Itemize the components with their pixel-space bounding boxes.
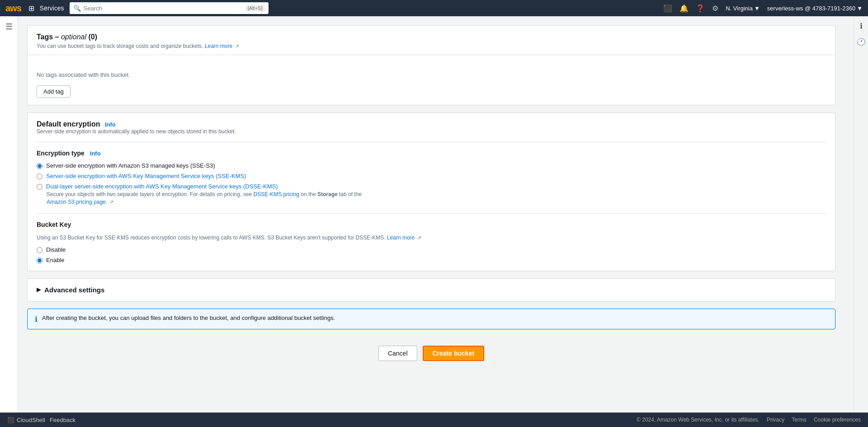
info-banner: ℹ After creating the bucket, you can upl… — [27, 309, 835, 329]
account-label: serverless-ws @ 4783-7191-2360 — [767, 5, 855, 12]
external-link-icon-2: ↗ — [109, 199, 113, 205]
search-input[interactable] — [84, 5, 243, 12]
search-bar: 🔍 [Alt+S] — [70, 2, 269, 14]
main-content: Tags – optional (0) You can use bucket t… — [18, 16, 854, 413]
external-link-icon: ↗ — [235, 43, 239, 49]
search-icon: 🔍 — [73, 5, 81, 12]
info-banner-icon: ℹ — [35, 315, 38, 324]
advanced-settings-toggle[interactable]: ▶ Advanced settings — [37, 286, 826, 294]
sse-kms-label: Server-side encryption with AWS Key Mana… — [46, 173, 246, 179]
encryption-description: Server-side encryption is automatically … — [37, 128, 826, 135]
sse-s3-radio[interactable] — [37, 163, 42, 169]
create-bucket-button[interactable]: Create bucket — [423, 346, 485, 361]
region-chevron-icon: ▼ — [754, 5, 760, 12]
bucket-key-learn-more-link[interactable]: Learn more — [387, 235, 415, 241]
bucket-key-radio-group: Disable Enable — [37, 246, 826, 263]
dsse-kms-radio[interactable] — [37, 184, 42, 190]
dsse-kms-pricing-link[interactable]: DSSE-KMS pricing — [254, 191, 299, 197]
sidebar: ☰ — [0, 16, 18, 413]
grid-icon[interactable]: ⊞ — [28, 4, 34, 13]
encryption-type-info-badge[interactable]: Info — [90, 150, 101, 157]
encryption-type-radio-group: Server-side encryption with Amazon S3 ma… — [37, 162, 826, 206]
right-panel-info-icon[interactable]: ℹ — [860, 22, 863, 30]
right-panel: ℹ 🕐 — [854, 16, 868, 413]
bucket-key-header: Bucket Key — [37, 213, 826, 228]
bucket-key-disable-radio[interactable] — [37, 247, 42, 253]
terminal-icon[interactable]: ⬛ — [663, 4, 672, 13]
bucket-key-enable-radio[interactable] — [37, 258, 42, 263]
bell-icon[interactable]: 🔔 — [679, 4, 689, 13]
tags-body: No tags associated with this bucket. Add… — [28, 55, 835, 105]
sidebar-toggle[interactable]: ☰ — [5, 22, 13, 32]
cancel-button[interactable]: Cancel — [378, 346, 417, 361]
advanced-settings-label: Advanced settings — [44, 286, 104, 294]
encryption-section: Default encryption Info Server-side encr… — [27, 113, 835, 271]
dsse-kms-label: Dual-layer server-side encryption with A… — [46, 183, 278, 190]
encryption-section-header: Default encryption Info — [28, 113, 835, 128]
bucket-key-disable-option[interactable]: Disable — [37, 246, 826, 253]
region-label: N. Virginia — [726, 5, 753, 12]
sse-s3-option[interactable]: Server-side encryption with Amazon S3 ma… — [37, 162, 826, 169]
encryption-type-header: Encryption type Info — [37, 142, 826, 157]
right-panel-clock-icon[interactable]: 🕐 — [857, 38, 866, 46]
bucket-key-section: Bucket Key Using an S3 Bucket Key for SS… — [37, 213, 826, 263]
advanced-settings-section: ▶ Advanced settings — [27, 278, 835, 301]
top-navigation: aws ⊞ Services 🔍 [Alt+S] ⬛ 🔔 ❓ ⚙ N. Virg… — [0, 0, 868, 16]
add-tag-button[interactable]: Add tag — [37, 85, 71, 98]
sse-kms-option[interactable]: Server-side encryption with AWS Key Mana… — [37, 173, 826, 179]
tags-section-header: Tags – optional (0) You can use bucket t… — [28, 26, 835, 55]
tags-title: Tags – optional (0) — [37, 33, 826, 41]
external-link-icon-3: ↗ — [417, 235, 421, 240]
account-selector[interactable]: serverless-ws @ 4783-7191-2360 ▼ — [767, 5, 863, 12]
settings-icon[interactable]: ⚙ — [712, 4, 718, 13]
account-chevron-icon: ▼ — [857, 5, 863, 12]
page-wrapper: ☰ Tags – optional (0) You can use bucket… — [0, 16, 868, 413]
tags-learn-more-link[interactable]: Learn more — [205, 43, 232, 49]
aws-logo: aws — [5, 3, 21, 14]
bucket-key-disable-label: Disable — [46, 246, 66, 253]
encryption-body: Server-side encryption is automatically … — [28, 128, 835, 271]
advanced-settings-body: ▶ Advanced settings — [28, 279, 835, 301]
dsse-kms-option: Dual-layer server-side encryption with A… — [37, 183, 826, 206]
advanced-toggle-arrow-icon: ▶ — [37, 286, 41, 293]
bucket-key-description: Using an S3 Bucket Key for SSE-KMS reduc… — [37, 234, 826, 242]
encryption-title: Default encryption Info — [37, 120, 826, 128]
tags-subtitle: You can use bucket tags to track storage… — [37, 43, 826, 49]
search-shortcut: [Alt+S] — [245, 5, 265, 11]
sse-s3-label: Server-side encryption with Amazon S3 ma… — [46, 162, 215, 169]
nav-right-icons: ⬛ 🔔 ❓ ⚙ N. Virginia ▼ serverless-ws @ 47… — [663, 4, 863, 13]
info-banner-text: After creating the bucket, you can uploa… — [42, 314, 335, 321]
bucket-key-enable-option[interactable]: Enable — [37, 257, 826, 263]
services-link[interactable]: Services — [40, 5, 64, 12]
bucket-key-enable-label: Enable — [46, 257, 64, 263]
tags-section: Tags – optional (0) You can use bucket t… — [27, 25, 835, 105]
s3-pricing-link[interactable]: Amazon S3 pricing page. — [47, 199, 107, 205]
no-tags-message: No tags associated with this bucket. — [37, 62, 826, 85]
action-bar: Cancel Create bucket — [27, 337, 835, 370]
region-selector[interactable]: N. Virginia ▼ — [726, 5, 760, 12]
sse-kms-radio[interactable] — [37, 174, 42, 179]
help-icon[interactable]: ❓ — [696, 4, 705, 13]
encryption-info-badge[interactable]: Info — [105, 121, 116, 128]
dsse-kms-description: Secure your objects with two separate la… — [47, 191, 826, 206]
